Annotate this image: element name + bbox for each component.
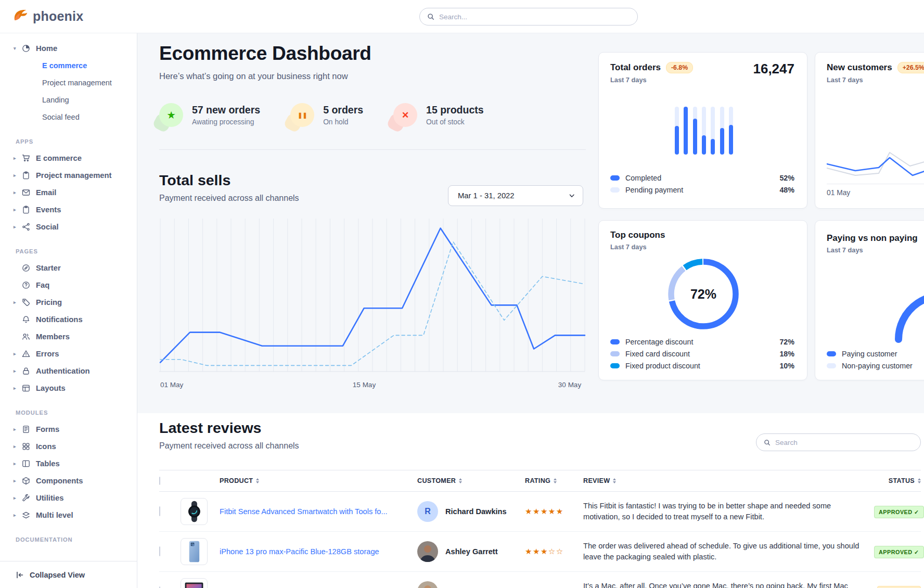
sidebar-item-label: Events [36,206,61,214]
product-thumbnail[interactable] [181,578,208,588]
sidebar-item-members[interactable]: Members [0,328,137,345]
sidebar-item-forms[interactable]: ▸Forms [0,420,137,438]
sidebar-item-utilities[interactable]: ▸Utilities [0,489,137,506]
caret-right-icon: ▸ [14,156,22,161]
column-header-rating[interactable]: RATING [525,477,583,484]
sidebar-item-multi-level[interactable]: ▸Multi level [0,506,137,523]
total-orders-value: 16,247 [753,61,794,77]
global-search[interactable] [419,8,638,25]
caret-right-icon: ▸ [14,368,22,374]
sidebar-item-label: E commerce [36,154,82,162]
legend-swatch [610,351,620,356]
legend-label: Percentage discount [625,338,774,346]
legend-value: 72% [779,338,794,346]
customer-cell: RRichard Dawkins [417,501,525,522]
row-checkbox[interactable] [159,546,160,556]
sidebar-item-icons[interactable]: ▸Icons [0,438,137,455]
top-coupons-legend: Percentage discount72%Fixed card discoun… [610,336,794,372]
stat-caption: On hold [323,118,363,126]
product-link[interactable]: Fitbit Sense Advanced Smartwatch with To… [220,507,400,516]
tag-icon [22,298,30,306]
svg-text:01 May: 01 May [160,381,184,389]
top-coupons-card: Top coupons Last 7 days 72% Percentage d… [598,220,807,380]
sidebar-subitem-landing[interactable]: Landing [0,91,137,108]
top-coupons-legend-item: Percentage discount72% [610,336,794,348]
sidebar-item-errors[interactable]: ▸Errors [0,345,137,362]
new-customers-axis-line [827,184,924,184]
sidebar-item-label: Social [36,223,59,231]
sidebar-subitem-social-feed[interactable]: Social feed [0,108,137,125]
sidebar-item-events[interactable]: ▸Events [0,201,137,218]
brand-logo[interactable]: phoenix [11,7,83,26]
top-coupons-legend-item: Fixed card discount18% [610,348,794,360]
status-badge: APPROVED ✓ [874,506,924,518]
layout-icon [22,384,30,392]
sidebar-item-faq[interactable]: Faq [0,276,137,293]
avatar [417,541,438,562]
row-checkbox[interactable] [159,506,160,516]
stat-value: 15 products [426,104,484,116]
order-bar [702,107,706,155]
select-all-checkbox[interactable] [159,477,160,485]
global-search-input[interactable] [439,13,630,21]
sidebar-item-label: Multi level [36,511,73,519]
column-header-review[interactable]: REVIEW [583,477,874,484]
sidebar-item-project-management[interactable]: ▸Project management [0,167,137,184]
total-orders-title: Total orders [610,62,661,73]
reviews-search-input[interactable] [775,439,913,446]
total-orders-bar-chart [675,107,733,155]
sidebar-subitem-label: Project management [42,79,112,87]
total-orders-legend: Completed52%Pending payment48% [610,172,794,196]
latest-reviews-subtitle: Payment received across all channels [159,441,299,451]
caret-right-icon: ▸ [14,478,22,483]
product-thumbnail[interactable] [181,498,208,525]
stat-caption: Out of stock [426,118,484,126]
customer-name: Ashley Garrett [445,547,498,556]
sidebar-subitem-e-commerce[interactable]: E commerce [0,57,137,74]
column-header-product[interactable]: PRODUCT [220,477,417,484]
header-divider [159,149,586,150]
sidebar-subitem-project-management[interactable]: Project management [0,74,137,91]
sidebar-item-tables[interactable]: ▸Tables [0,455,137,472]
sidebar-item-social[interactable]: ▸Social [0,218,137,235]
share-icon [22,223,30,231]
product-link[interactable]: iPhone 13 pro max-Pacific Blue-128GB sto… [220,547,392,556]
sidebar-item-email[interactable]: ▸Email [0,184,137,201]
date-range-select[interactable]: Mar 1 - 31, 2022 [448,185,583,206]
avatar: R [417,501,438,522]
order-bar [684,107,688,155]
product-thumbnail[interactable] [181,538,208,565]
sidebar-item-label: Forms [36,425,59,433]
sidebar-item-e-commerce[interactable]: ▸E commerce [0,149,137,167]
legend-swatch [610,339,620,344]
sidebar-subitem-label: Landing [42,96,69,104]
search-icon [764,439,771,446]
sidebar-item-authentication[interactable]: ▸Authentication [0,362,137,379]
quick-stats-row: ★57 new ordersAwating processing❚❚5 orde… [159,103,484,127]
sidebar-item-components[interactable]: ▸Components [0,472,137,489]
stat-1: ★57 new ordersAwating processing [159,103,260,127]
order-bar [675,107,679,155]
reviews-search[interactable] [756,433,921,451]
sidebar-item-starter[interactable]: Starter [0,259,137,276]
sidebar-collapse-toggle[interactable]: Collapsed View [0,561,137,588]
total-orders-period: Last 7 days [610,76,693,84]
date-range-value: Mar 1 - 31, 2022 [458,191,568,200]
column-header-customer[interactable]: CUSTOMER [417,477,525,484]
column-header-status[interactable]: STATUS [874,477,921,484]
sidebar-item-layouts[interactable]: ▸Layouts [0,379,137,397]
review-text: This Fitbit is fantastic! I was trying t… [583,501,874,522]
order-bar [729,107,733,155]
sidebar-item-pricing[interactable]: ▸Pricing [0,293,137,311]
sidebar-section-label: MODULES [0,397,137,420]
legend-swatch [827,351,836,356]
new-customers-card: New customers +26.5% Last 7 days 01 May [815,52,924,209]
sidebar-nav: ▾HomeE commerceProject managementLanding… [0,33,137,588]
sidebar-item-notifications[interactable]: Notifications [0,311,137,328]
sidebar-item-home[interactable]: ▾Home [0,40,137,57]
caret-right-icon: ▸ [14,300,22,305]
paying-legend-item: Paying customer [827,348,924,360]
sort-icon [459,478,462,483]
collapse-view-icon [16,571,24,579]
reviews-table-body: Fitbit Sense Advanced Smartwatch with To… [159,492,921,588]
